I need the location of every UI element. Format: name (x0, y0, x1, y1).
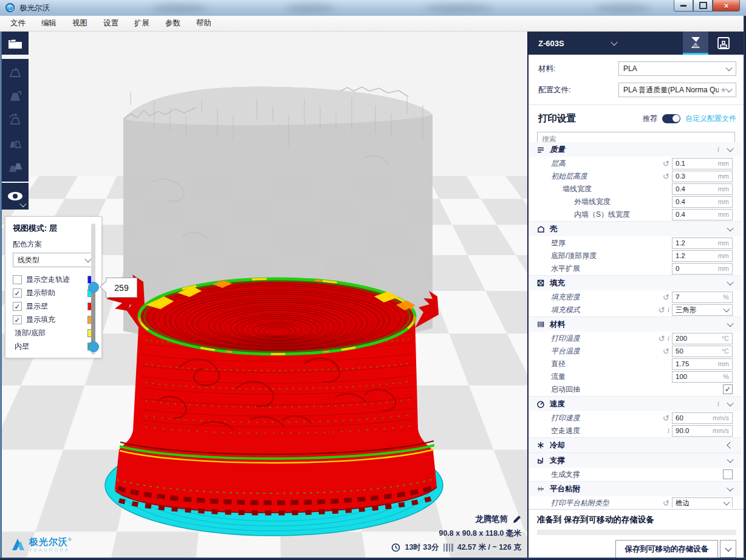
model-dimensions: 90.8 x 90.8 x 118.0 毫米 (439, 528, 521, 539)
reset-icon[interactable]: ↺ (663, 499, 669, 507)
setting-value-input[interactable]: 0.4mm (672, 183, 733, 195)
setting-row: 内墙（S）线宽度0.4mm (529, 208, 741, 220)
setting-value-select[interactable]: 三角形 (672, 304, 733, 316)
setting-value: 檐边 (676, 499, 690, 508)
mirror-tool-icon[interactable] (7, 136, 23, 152)
reset-icon[interactable]: ↺ (663, 172, 669, 180)
custom-profile-link[interactable]: 自定义配置文件 (685, 114, 736, 124)
color-scheme-select[interactable]: 线类型 (13, 253, 95, 267)
setting-value-input[interactable]: 1.2mm (672, 250, 733, 262)
material-label: 材料: (538, 64, 555, 74)
settings-category-adhesion[interactable]: 平台粘附 (529, 481, 741, 496)
menu-item-2[interactable]: 视图 (64, 16, 95, 31)
setting-value-input[interactable]: 0.4mm (672, 196, 733, 208)
layer-slider-top-handle[interactable] (88, 282, 99, 293)
rotate-tool-icon[interactable] (7, 112, 23, 128)
shell-icon (536, 225, 545, 233)
toolbar-view-mode[interactable] (2, 183, 29, 210)
per-model-settings-icon[interactable] (7, 160, 23, 176)
settings-category-shell[interactable]: 壳 (529, 221, 741, 236)
setting-value-input[interactable]: 50°C (672, 346, 733, 357)
menu-item-0[interactable]: 文件 (2, 16, 33, 31)
material-select[interactable]: PLA (618, 61, 736, 76)
chevron-down-icon[interactable] (611, 39, 617, 46)
tab-print-monitor[interactable] (711, 32, 736, 55)
settings-category-speed[interactable]: 速度i (529, 396, 741, 411)
info-icon[interactable]: i (717, 400, 719, 409)
setting-checkbox[interactable] (723, 470, 733, 479)
setting-value-input[interactable]: 0.4mm (672, 209, 733, 220)
setting-value-input[interactable]: 1.75mm (672, 358, 733, 370)
legend-label: 顶部/底部 (15, 328, 46, 338)
category-label: 速度 (550, 399, 565, 409)
maximize-button[interactable] (693, 0, 713, 12)
setting-row: 平台温度↺50°C (529, 345, 741, 357)
reset-icon[interactable]: ↺ (663, 293, 669, 301)
reset-icon[interactable]: ↺ (659, 306, 665, 314)
reset-icon[interactable]: ↺ (659, 335, 665, 343)
setting-value-select[interactable]: 檐边 (672, 497, 733, 508)
reset-icon[interactable]: ↺ (663, 347, 669, 355)
chevron-down-icon (725, 64, 732, 71)
reset-icon[interactable]: ↺ (663, 414, 669, 422)
shell-icon (536, 224, 546, 234)
setting-checkbox[interactable]: ✓ (723, 384, 733, 394)
info-icon[interactable]: i (668, 334, 669, 343)
setting-value: 1.2 (676, 239, 685, 247)
scale-tool-icon[interactable] (7, 89, 23, 104)
setting-value-input[interactable]: 100% (672, 371, 733, 383)
settings-category-quality[interactable]: 质量i (529, 142, 741, 157)
setting-label: 外墙线宽度 (529, 197, 611, 207)
setting-value-input[interactable]: 1.2mm (672, 237, 733, 249)
setting-value-input[interactable]: 90.0mm/s (672, 425, 733, 437)
category-controls (728, 322, 733, 327)
layers-icon (536, 145, 545, 154)
settings-category-infill[interactable]: 填充 (529, 275, 741, 290)
recommended-label: 推荐 (643, 114, 657, 124)
setting-unit: mm/s (713, 414, 729, 422)
menu-item-4[interactable]: 扩展 (126, 16, 157, 31)
close-button[interactable]: × (713, 0, 740, 12)
setting-value-input[interactable]: 60mm/s (672, 412, 733, 424)
settings-category-support[interactable]: 支撑 (529, 452, 741, 468)
recommended-custom-toggle[interactable] (662, 114, 680, 123)
ready-status: 准备到 保存到可移动的存储设备 (537, 514, 736, 525)
setting-controls: 0mm (672, 263, 733, 275)
move-tool-icon[interactable] (7, 65, 23, 81)
menu-item-6[interactable]: 帮助 (188, 16, 219, 31)
setting-label: 填充密度 (529, 292, 580, 302)
info-icon[interactable]: i (668, 426, 669, 435)
save-to-removable-button[interactable]: 保存到可移动的存储设备 (615, 540, 719, 559)
checkbox[interactable]: ✓ (13, 302, 22, 311)
settings-category-material[interactable]: 材料 (529, 316, 741, 332)
setting-value-input[interactable]: 0mm (672, 263, 733, 275)
setting-unit: % (723, 293, 729, 301)
info-icon[interactable]: i (668, 306, 669, 315)
setting-value-input[interactable]: 0.3mm (672, 171, 733, 182)
chevron-down-icon (727, 225, 733, 231)
viewport-3d[interactable]: 视图模式: 层 配色方案 线类型 显示空走轨迹✓显示帮助✓显示壁✓显示填充顶部/… (2, 32, 527, 558)
setting-value-input[interactable]: 200°C (672, 333, 733, 344)
checkbox[interactable]: ✓ (13, 315, 22, 324)
layer-slider-bottom-handle[interactable] (88, 341, 99, 352)
setting-unit: °C (722, 335, 729, 342)
settings-category-cooling[interactable]: 冷却 (529, 437, 741, 452)
edit-pencil-icon[interactable] (512, 515, 521, 524)
info-icon[interactable]: i (717, 145, 719, 154)
save-options-dropdown[interactable] (720, 540, 736, 558)
setting-value: 0.4 (676, 198, 685, 205)
checkbox[interactable]: ✓ (13, 289, 22, 298)
setting-value-input[interactable]: 0.1mm (672, 158, 733, 169)
profile-select[interactable]: PLA 普通质量(PLA Norma Qua ★ (618, 83, 736, 97)
minimize-button[interactable] (674, 0, 693, 12)
chevron-down-icon (723, 306, 730, 312)
menu-item-1[interactable]: 编辑 (33, 16, 64, 31)
checkbox[interactable] (13, 275, 22, 284)
setting-controls: ↺0.1mm (663, 158, 733, 169)
menu-item-3[interactable]: 设置 (95, 16, 126, 31)
tab-layer-view[interactable] (683, 32, 708, 55)
reset-icon[interactable]: ↺ (663, 160, 669, 168)
setting-value-input[interactable]: 7% (672, 292, 733, 303)
menu-item-5[interactable]: 参数 (157, 16, 188, 31)
open-file-icon[interactable] (7, 36, 23, 50)
